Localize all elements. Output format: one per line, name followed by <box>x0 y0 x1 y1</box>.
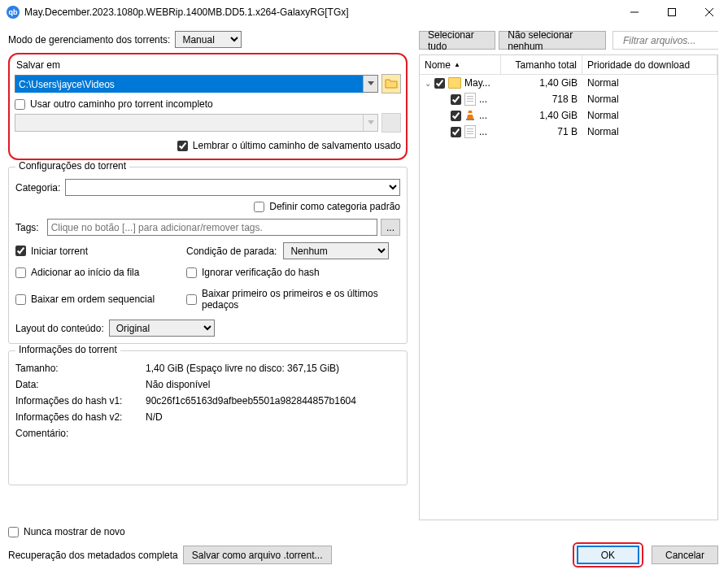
tags-label: Tags: <box>15 222 39 233</box>
file-priority: Normal <box>582 110 717 121</box>
col-size[interactable]: Tamanho total <box>501 55 582 74</box>
tree-header[interactable]: Nome▲ Tamanho total Prioridade do downlo… <box>420 55 717 75</box>
file-name: ... <box>479 93 487 105</box>
add-top-label: Adicionar ao início da fila <box>31 267 139 278</box>
tags-edit-button[interactable]: ... <box>381 219 400 236</box>
titlebar: qb May.December.2023.1080p.WEBRip.1400MB… <box>0 0 728 24</box>
file-priority: Normal <box>582 93 717 105</box>
file-icon <box>464 93 476 106</box>
mode-label: Modo de gerenciamento dos torrents: <box>8 34 170 46</box>
first-last-label: Baixar primeiro os primeiros e os último… <box>202 288 400 311</box>
sequential-checkbox[interactable] <box>15 294 26 305</box>
use-other-path-checkbox[interactable] <box>15 99 25 110</box>
comment-label: Comentário: <box>15 428 146 439</box>
hash2-label: Informações do hash v2: <box>15 411 146 423</box>
save-location-highlight: Salvar em Usar outro caminho pro torrent… <box>8 53 408 160</box>
svg-rect-1 <box>669 9 676 16</box>
stop-condition-select[interactable]: Nenhum <box>283 242 389 259</box>
torrent-config-legend: Configurações do torrent <box>15 160 129 172</box>
torrent-info-group: Informações do torrent Tamanho:1,40 GiB … <box>8 350 408 485</box>
tree-row[interactable]: ...71 BNormal <box>420 124 717 140</box>
sort-arrow-icon: ▲ <box>454 61 460 68</box>
start-torrent-checkbox[interactable] <box>15 246 26 256</box>
file-icon <box>464 125 476 138</box>
vlc-icon <box>464 110 476 121</box>
torrent-info-legend: Informações do torrent <box>15 344 120 355</box>
file-size: 718 B <box>501 93 582 105</box>
tags-input[interactable] <box>47 219 377 236</box>
torrent-config-group: Configurações do torrent Categoria: Defi… <box>8 167 408 344</box>
tree-row[interactable]: ...1,40 GiBNormal <box>420 107 717 124</box>
file-priority: Normal <box>582 77 717 89</box>
window-title: May.December.2023.1080p.WEBRip.1400MB.DD… <box>24 7 616 18</box>
remember-path-label: Lembrar o último caminho de salvamento u… <box>193 140 401 151</box>
never-show-label: Nunca mostrar de novo <box>24 526 125 537</box>
sequential-label: Baixar em ordem sequencial <box>31 294 155 305</box>
category-label: Categoria: <box>15 182 60 194</box>
file-size: 71 B <box>501 126 582 137</box>
folder-icon <box>448 77 461 89</box>
save-path-dropdown-button[interactable] <box>363 76 377 92</box>
hash2-value: N/D <box>146 411 163 423</box>
cancel-button[interactable]: Cancelar <box>652 546 718 564</box>
file-size: 1,40 GiB <box>501 110 582 121</box>
skip-hash-checkbox[interactable] <box>186 267 197 278</box>
hash1-label: Informações do hash v1: <box>15 395 146 407</box>
svg-marker-4 <box>368 81 374 85</box>
select-none-button[interactable]: Não selecionar nenhum <box>499 31 606 50</box>
ok-button[interactable]: OK <box>577 546 639 564</box>
date-label: Data: <box>15 379 146 390</box>
use-other-path-label: Usar outro caminho pro torrent incomplet… <box>30 98 213 110</box>
file-checkbox[interactable] <box>451 94 461 105</box>
incomplete-path-combo <box>15 114 378 132</box>
close-button[interactable] <box>691 0 728 24</box>
hash1-value: 90c26f1c65163d9afbeeb5501a982844857b1604 <box>146 395 356 407</box>
file-checkbox[interactable] <box>434 78 445 89</box>
file-name: ... <box>479 126 487 137</box>
never-show-checkbox[interactable] <box>8 527 19 537</box>
minimize-button[interactable] <box>616 0 653 24</box>
save-in-legend: Salvar em <box>16 59 60 71</box>
metadata-status: Recuperação dos metadados completa <box>8 550 178 561</box>
col-priority[interactable]: Prioridade do download <box>582 55 717 74</box>
size-label: Tamanho: <box>15 363 146 374</box>
remember-path-checkbox[interactable] <box>177 141 188 151</box>
file-name: May... <box>464 77 490 89</box>
file-tree[interactable]: Nome▲ Tamanho total Prioridade do downlo… <box>419 54 718 520</box>
file-checkbox[interactable] <box>451 127 461 137</box>
mode-select[interactable]: Manual <box>175 31 242 48</box>
file-checkbox[interactable] <box>451 111 461 121</box>
svg-rect-10 <box>466 119 474 120</box>
file-name: ... <box>479 110 487 121</box>
file-size: 1,40 GiB <box>501 77 582 89</box>
expander-icon[interactable]: ⌄ <box>423 79 433 88</box>
layout-select[interactable]: Original <box>109 320 215 337</box>
category-select[interactable] <box>65 179 400 196</box>
filter-input[interactable] <box>620 32 728 49</box>
save-torrent-file-button[interactable]: Salvar como arquivo .torrent... <box>183 546 332 564</box>
ok-highlight: OK <box>573 542 643 567</box>
save-path-input[interactable] <box>15 76 363 93</box>
select-all-button[interactable]: Selecionar tudo <box>419 31 495 50</box>
first-last-checkbox[interactable] <box>186 294 197 305</box>
tree-row[interactable]: ⌄May...1,40 GiBNormal <box>420 75 717 91</box>
incomplete-browse-button <box>381 113 401 133</box>
svg-marker-5 <box>368 120 374 124</box>
filter-box[interactable] <box>612 31 718 50</box>
svg-rect-9 <box>468 113 473 115</box>
default-category-checkbox[interactable] <box>254 202 264 212</box>
browse-button[interactable] <box>381 74 401 93</box>
layout-label: Layout do conteúdo: <box>15 323 104 334</box>
add-top-checkbox[interactable] <box>15 267 26 278</box>
incomplete-path-dropdown-button <box>363 115 377 131</box>
file-priority: Normal <box>582 126 717 137</box>
skip-hash-label: Ignorar verificação do hash <box>202 267 320 278</box>
col-name[interactable]: Nome▲ <box>420 55 501 74</box>
start-torrent-label: Iniciar torrent <box>31 246 88 257</box>
size-value: 1,40 GiB (Espaço livre no disco: 367,15 … <box>146 363 339 374</box>
app-icon: qb <box>7 6 20 19</box>
save-path-combo[interactable] <box>15 75 378 93</box>
tree-row[interactable]: ...718 BNormal <box>420 91 717 107</box>
maximize-button[interactable] <box>653 0 691 24</box>
date-value: Não disponível <box>146 379 210 390</box>
